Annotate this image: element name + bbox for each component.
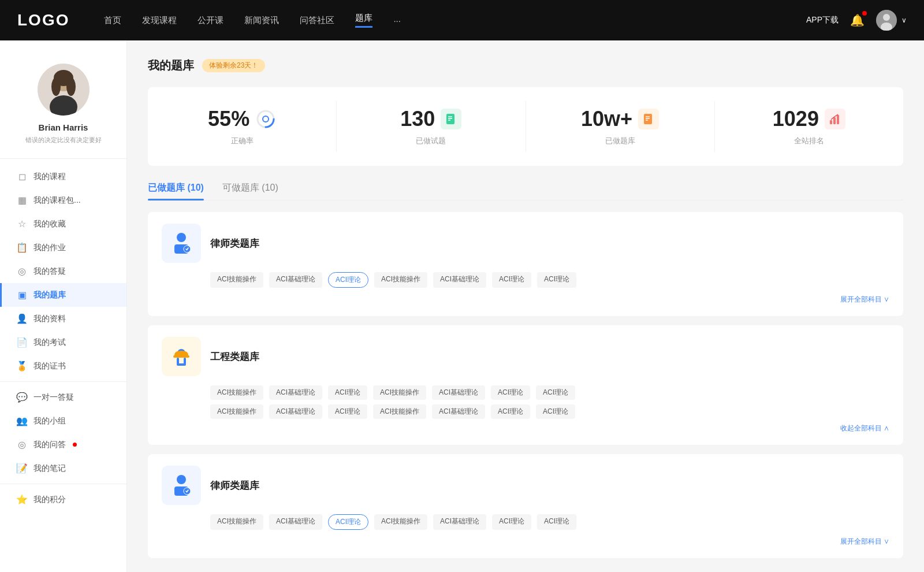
law2-tag-3-highlighted[interactable]: ACI理论 — [328, 514, 368, 530]
sidebar-item-one-on-one[interactable]: 💬 一对一答疑 — [0, 385, 126, 409]
eng-tag-5[interactable]: ACI基础理论 — [432, 385, 485, 400]
my-qa-red-dot — [73, 443, 77, 447]
nav-question-bank[interactable]: 题库 — [355, 13, 372, 28]
chevron-down-icon: ∨ — [901, 16, 907, 24]
sidebar-label-course-package: 我的课程包... — [33, 195, 81, 206]
bank-engineer-title: 工程类题库 — [210, 350, 259, 363]
eng-tag-11[interactable]: ACI技能操作 — [373, 404, 426, 419]
nav-home[interactable]: 首页 — [104, 15, 121, 26]
tag-5[interactable]: ACI基础理论 — [433, 272, 486, 288]
law2-tag-1[interactable]: ACI技能操作 — [210, 514, 263, 530]
tag-3-highlighted[interactable]: ACI理论 — [328, 272, 368, 288]
certificate-icon: 🏅 — [16, 361, 28, 372]
bank-card-lawyer-2: 律师类题库 ACI技能操作 ACI基础理论 ACI理论 ACI技能操作 ACI基… — [148, 454, 903, 558]
svg-point-1 — [883, 14, 890, 21]
sidebar-item-courses[interactable]: ◻ 我的课程 — [0, 165, 126, 188]
homework-icon: 📋 — [16, 242, 28, 253]
tab-available-banks[interactable]: 可做题库 (10) — [222, 182, 278, 200]
sidebar-item-question-bank[interactable]: ▣ 我的题库 — [0, 283, 126, 307]
rank-chart-icon — [825, 109, 845, 129]
svg-rect-12 — [446, 114, 454, 124]
navbar: LOGO 首页 发现课程 公开课 新闻资讯 问答社区 题库 ··· APP下载 … — [0, 0, 924, 40]
logo[interactable]: LOGO — [17, 11, 69, 29]
eng-tag-6[interactable]: ACI理论 — [491, 385, 530, 400]
sidebar-item-favorites[interactable]: ☆ 我的收藏 — [0, 212, 126, 236]
eng-tag-4[interactable]: ACI技能操作 — [373, 385, 426, 400]
eng-tag-7[interactable]: ACI理论 — [536, 385, 575, 400]
nav-open-course[interactable]: 公开课 — [198, 15, 223, 26]
bank-lawyer-1-title: 律师类题库 — [210, 237, 259, 250]
svg-point-8 — [66, 77, 76, 96]
bank-engineer-icon-wrap — [162, 337, 201, 376]
bank-card-lawyer-2-header: 律师类题库 — [162, 466, 889, 505]
profile-section: Brian Harris 错误的决定比没有决定要好 — [0, 52, 126, 159]
sidebar-label-profile: 我的资料 — [33, 314, 66, 324]
sidebar-item-homework[interactable]: 📋 我的作业 — [0, 236, 126, 259]
main-content: 我的题库 体验剩余23天！ 55% 正确率 — [127, 40, 924, 572]
sidebar-item-group[interactable]: 👥 我的小组 — [0, 409, 126, 433]
tag-1[interactable]: ACI技能操作 — [210, 272, 263, 288]
sidebar-item-certificate[interactable]: 🏅 我的证书 — [0, 354, 126, 378]
sidebar-item-exam[interactable]: 📄 我的考试 — [0, 330, 126, 354]
courses-icon: ◻ — [16, 171, 28, 182]
law2-tag-4[interactable]: ACI技能操作 — [374, 514, 427, 530]
eng-tag-13[interactable]: ACI理论 — [491, 404, 530, 419]
app-download-button[interactable]: APP下载 — [806, 15, 839, 25]
svg-rect-30 — [177, 363, 186, 366]
sidebar-divider-1 — [0, 381, 126, 382]
law2-tag-2[interactable]: ACI基础理论 — [269, 514, 322, 530]
stat-rank: 1029 全站排名 — [715, 101, 903, 152]
sidebar-label-certificate: 我的证书 — [33, 361, 66, 372]
svg-rect-22 — [837, 115, 839, 124]
tab-done-banks[interactable]: 已做题库 (10) — [148, 182, 204, 200]
law2-tag-5[interactable]: ACI基础理论 — [433, 514, 486, 530]
sidebar-item-my-qa[interactable]: ◎ 我的问答 — [0, 433, 126, 456]
tag-2[interactable]: ACI基础理论 — [269, 272, 322, 288]
eng-tag-14[interactable]: ACI理论 — [536, 404, 575, 419]
nav-news[interactable]: 新闻资讯 — [244, 15, 279, 26]
eng-tag-12[interactable]: ACI基础理论 — [432, 404, 485, 419]
collapse-link-engineer[interactable]: 收起全部科目 ∧ — [162, 424, 889, 433]
stat-banks-top: 10w+ — [581, 107, 659, 131]
user-avatar-wrap[interactable]: ∨ — [876, 10, 907, 31]
page-wrap: Brian Harris 错误的决定比没有决定要好 ◻ 我的课程 ▦ 我的课程包… — [0, 40, 924, 572]
sidebar-item-profile[interactable]: 👤 我的资料 — [0, 307, 126, 330]
svg-rect-27 — [173, 355, 189, 358]
tag-6[interactable]: ACI理论 — [492, 272, 531, 288]
sidebar-item-points[interactable]: ⭐ 我的积分 — [0, 488, 126, 511]
stat-banks-label: 已做题库 — [605, 136, 635, 146]
user-avatar — [876, 10, 897, 31]
law2-tag-7[interactable]: ACI理论 — [537, 514, 576, 530]
nav-qa[interactable]: 问答社区 — [300, 15, 334, 26]
questions-doc-icon — [441, 109, 461, 129]
sidebar-item-qa[interactable]: ◎ 我的答疑 — [0, 259, 126, 283]
sidebar-label-one-on-one: 一对一答疑 — [33, 392, 74, 403]
stat-rank-value: 1029 — [773, 107, 819, 131]
nav-discover[interactable]: 发现课程 — [142, 15, 177, 26]
eng-tag-1[interactable]: ACI技能操作 — [210, 385, 263, 400]
bank-card-lawyer-1: 律师类题库 ACI技能操作 ACI基础理论 ACI理论 ACI技能操作 ACI基… — [148, 212, 903, 316]
nav-more[interactable]: ··· — [393, 16, 401, 25]
tag-4[interactable]: ACI技能操作 — [374, 272, 427, 288]
notification-bell[interactable]: 🔔 — [850, 13, 865, 27]
stat-rank-top: 1029 — [773, 107, 845, 131]
notification-badge — [862, 11, 867, 16]
trial-badge: 体验剩余23天！ — [202, 59, 265, 72]
tag-7[interactable]: ACI理论 — [537, 272, 576, 288]
stat-accuracy-top: 55% — [208, 107, 276, 131]
question-bank-icon: ▣ — [16, 289, 28, 300]
eng-tag-9[interactable]: ACI基础理论 — [269, 404, 322, 419]
expand-link-2[interactable]: 展开全部科目 ∨ — [162, 534, 889, 547]
one-on-one-icon: 💬 — [16, 392, 28, 403]
sidebar-item-notes[interactable]: 📝 我的笔记 — [0, 456, 126, 480]
eng-tag-3[interactable]: ACI理论 — [328, 385, 367, 400]
bank-lawyer-1-tags: ACI技能操作 ACI基础理论 ACI理论 ACI技能操作 ACI基础理论 AC… — [210, 272, 889, 288]
svg-rect-21 — [833, 117, 836, 124]
sidebar-item-course-package[interactable]: ▦ 我的课程包... — [0, 188, 126, 212]
eng-tag-8[interactable]: ACI技能操作 — [210, 404, 263, 419]
nav-links: 首页 发现课程 公开课 新闻资讯 问答社区 题库 ··· — [104, 13, 806, 28]
eng-tag-10[interactable]: ACI理论 — [328, 404, 367, 419]
eng-tag-2[interactable]: ACI基础理论 — [269, 385, 322, 400]
law2-tag-6[interactable]: ACI理论 — [492, 514, 531, 530]
expand-link-1[interactable]: 展开全部科目 ∨ — [162, 292, 889, 304]
